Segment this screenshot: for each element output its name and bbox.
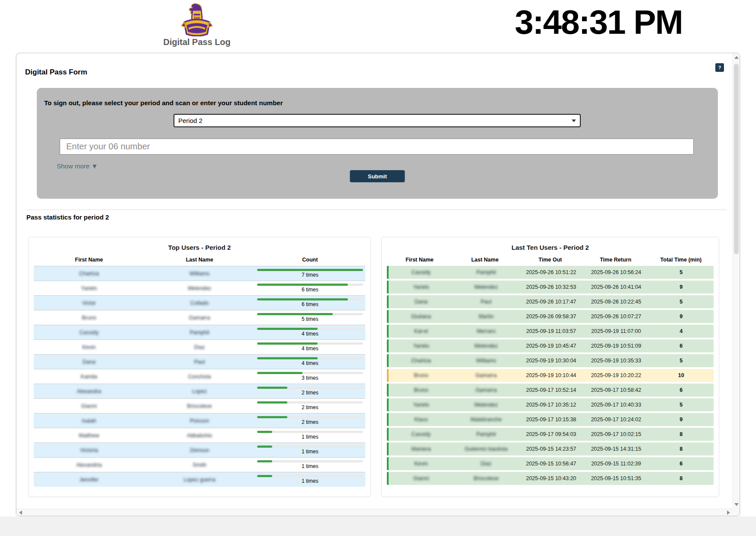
count-cell: 1 times — [255, 472, 365, 487]
time-out-cell: 2025-09-19 10:10:44 — [518, 372, 583, 378]
show-more-link[interactable]: Show more ▼ — [57, 162, 98, 170]
count-bar-track — [257, 313, 363, 315]
first-name-cell: Cassidy — [389, 269, 454, 275]
count-cell: 2 times — [255, 399, 365, 413]
last-name: Gutierrez-bautista — [454, 446, 518, 452]
count-label: 3 times — [302, 375, 318, 381]
count-label: 2 times — [302, 404, 318, 410]
last-name: Gamarra — [454, 372, 518, 378]
table-row: IsaiahPoisson2 times — [34, 413, 365, 428]
count-bar-track — [257, 372, 363, 374]
count-cell: 1 times — [255, 458, 365, 472]
time-return-cell: 2025-09-17 10:24:02 — [584, 417, 649, 423]
first-name: Charlcia — [79, 271, 99, 277]
total-time-cell: 9 — [649, 313, 714, 320]
time-return-cell: 2025-09-15 11:02:39 — [584, 461, 649, 467]
last-name-cell: Smith — [144, 458, 254, 472]
last-users-rows: CassidyPamphil2025-09-26 10:51:222025-09… — [387, 266, 714, 485]
count-bar-track — [257, 269, 363, 271]
time-return-cell: 2025-09-26 10:22:45 — [584, 299, 649, 305]
count-bar-track — [257, 431, 363, 433]
total-time-cell: 5 — [649, 269, 714, 275]
page-bottom-strip — [0, 517, 756, 536]
last-name-cell: Diaz — [454, 461, 518, 467]
period-select-wrap: Period 2 — [174, 114, 581, 127]
table-row: JenniferLopez guerra1 times — [34, 472, 365, 487]
last-name-cell: Pamphil — [144, 325, 254, 339]
first-name-cell: Kevin — [34, 340, 144, 354]
total-time-cell: 6 — [649, 461, 714, 467]
table-row: VictorCollado6 times — [34, 295, 365, 310]
last-name-cell: Gamarra — [454, 372, 518, 378]
page: Digital Pass Log 3:48:31 PM ? Digital Pa… — [0, 0, 756, 536]
student-number-input[interactable] — [60, 139, 694, 155]
last-name: Melendez — [454, 343, 518, 349]
first-name-cell: Klaus — [389, 417, 454, 423]
last-name-cell: Briscolese — [454, 475, 518, 481]
time-return-cell: 2025-09-19 11:07:00 — [584, 328, 649, 334]
scroll-down-icon[interactable] — [734, 503, 739, 506]
col-first-name: First Name — [387, 257, 452, 263]
first-name-cell: Charlcia — [34, 266, 144, 281]
first-name: Dana — [83, 359, 96, 365]
last-users-title: Last Ten Users - Period 2 — [387, 237, 714, 257]
time-return-cell: 2025-09-17 10:40:33 — [584, 402, 649, 408]
time-return-cell: 2025-09-26 10:07:27 — [584, 313, 649, 320]
time-return-cell: 2025-09-26 10:41:04 — [584, 284, 649, 290]
last-name: Pamphil — [454, 269, 518, 275]
count-bar-fill — [257, 372, 302, 374]
first-name-cell: Bruno — [389, 387, 454, 393]
time-return-cell: 2025-09-19 10:51:09 — [584, 343, 649, 349]
first-name: Cassidy — [389, 431, 454, 437]
first-name: Yariels — [389, 343, 454, 349]
time-return-cell: 2025-09-19 10:20:22 — [584, 372, 649, 378]
last-name: Briscolese — [187, 403, 212, 409]
scroll-up-icon[interactable] — [734, 56, 739, 59]
time-return-cell: 2025-09-26 10:56:24 — [584, 269, 649, 275]
col-time-out: Time Out — [518, 257, 583, 263]
last-name-cell: Diaz — [144, 340, 254, 354]
last-name: Poisson — [190, 418, 209, 424]
time-out-cell: 2025-09-17 10:35:12 — [518, 402, 583, 408]
count-bar-track — [257, 284, 363, 286]
count-bar-track — [257, 401, 363, 404]
total-time-cell: 4 — [649, 328, 714, 334]
scroll-right-icon[interactable] — [727, 510, 730, 515]
count-cell: 4 times — [255, 325, 365, 339]
time-return-cell: 2025-09-15 14:31:15 — [584, 446, 649, 452]
count-label: 6 times — [302, 287, 318, 293]
table-row: AlexandriaSmith1 times — [34, 457, 365, 472]
count-cell: 5 times — [255, 310, 365, 325]
submit-button[interactable]: Submit — [350, 170, 405, 182]
count-bar-track — [257, 328, 363, 330]
scroll-left-icon[interactable] — [19, 510, 22, 515]
count-bar-track — [257, 446, 363, 448]
vertical-scrollbar[interactable] — [733, 53, 740, 509]
time-return-cell: 2025-09-15 10:51:35 — [584, 475, 649, 481]
last-name: Abbatichio — [187, 433, 212, 439]
last-name: Collado — [190, 300, 209, 306]
total-time-cell: 9 — [649, 417, 714, 423]
first-name: Jennifer — [79, 477, 98, 483]
first-name: Matthew — [79, 433, 99, 439]
last-name-cell: Briscolese — [144, 399, 254, 413]
first-name-cell: Kamila — [34, 369, 144, 384]
last-name-cell: Lopez guerra — [144, 472, 254, 487]
time-out-cell: 2025-09-19 10:45:47 — [518, 343, 583, 349]
help-button[interactable]: ? — [715, 63, 724, 72]
table-row: GianniBriscolese2 times — [34, 398, 365, 413]
table-row: Kal-elMerraro2025-09-19 11:03:572025-09-… — [387, 325, 714, 338]
last-name: Martin — [454, 313, 518, 320]
period-select[interactable]: Period 2 — [174, 114, 581, 127]
count-cell: 1 times — [255, 443, 365, 457]
count-label: 4 times — [302, 331, 318, 337]
first-name: Yariels — [389, 284, 454, 290]
count-label: 1 times — [302, 449, 318, 455]
first-name: Gianni — [81, 403, 97, 409]
vertical-scrollbar-thumb[interactable] — [734, 64, 739, 254]
time-out-cell: 2025-09-17 09:54:03 — [518, 431, 583, 437]
horizontal-scrollbar[interactable] — [16, 509, 733, 516]
last-name: Conchola — [188, 374, 211, 380]
total-time-cell: 8 — [649, 446, 714, 452]
time-out-cell: 2025-09-15 14:23:57 — [518, 446, 583, 452]
